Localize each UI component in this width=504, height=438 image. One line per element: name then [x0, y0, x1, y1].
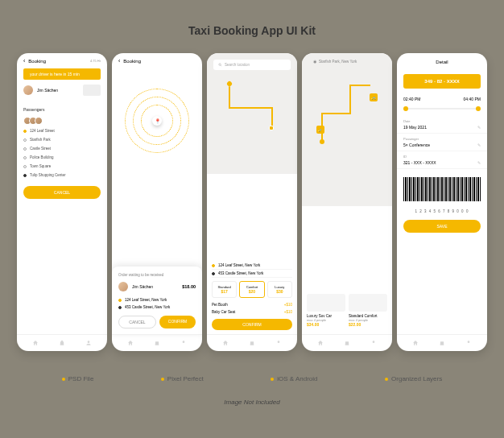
addon-row[interactable]: Pet Booth+$10 [212, 301, 292, 308]
cancel-button[interactable]: CANCEL [118, 316, 156, 328]
addr-row[interactable]: 453 Castle Street, New York [212, 270, 292, 278]
addr-row[interactable]: 124 Leaf Street, New York [212, 262, 292, 270]
bottom-sheet: 124 Leaf Street, New York 453 Castle Str… [207, 257, 297, 335]
confirm-button[interactable]: CONFIRM [159, 316, 196, 328]
pin-icon: ◉ [313, 60, 316, 64]
stop-row[interactable]: Castle Street [17, 144, 107, 153]
map-view[interactable]: Search location [207, 53, 297, 174]
car-option[interactable]: Luxury$30 [267, 281, 292, 298]
footer-note: Image Not Included [12, 399, 492, 406]
search-input[interactable]: Search location [213, 60, 291, 70]
dest-dot-icon [212, 272, 215, 275]
driver-thumbnail [83, 85, 101, 96]
bullet-icon [161, 378, 164, 381]
time-slider[interactable] [403, 108, 481, 110]
user-icon[interactable] [85, 340, 92, 346]
screen-title: Booking [28, 59, 87, 64]
dest-dot-icon [118, 306, 122, 309]
user-icon[interactable] [370, 340, 377, 346]
field-row: ID 321 - XXX - XXXX✎ [397, 151, 487, 169]
car-option[interactable]: Standard$17 [212, 281, 237, 298]
bag-icon[interactable] [344, 340, 350, 346]
bag-icon[interactable] [59, 340, 65, 346]
driver-row[interactable]: Jim Sächen $18.00 [118, 282, 196, 291]
home-icon[interactable] [412, 340, 419, 346]
car-card[interactable]: Standard Comfort max 4 people $22.00 [349, 294, 387, 327]
stop-dot-icon [23, 156, 27, 159]
addon-row[interactable]: Baby Car Seat+$10 [212, 308, 292, 316]
phone-mockups-row: ‹ Booking 4.75 Hr your driver is here in… [12, 53, 492, 351]
feature-item: Organized Layers [385, 375, 442, 382]
map-view[interactable]: ◉Starfish Park, New York 🚕 🚕 [302, 53, 392, 206]
svg-point-0 [88, 341, 90, 343]
stop-row[interactable]: Tulip Shopping Center [17, 171, 107, 180]
bag-icon[interactable] [249, 340, 255, 346]
destination-pin-icon [269, 126, 274, 130]
svg-point-5 [320, 139, 324, 144]
screen-booking-list: ‹ Booking 4.75 Hr your driver is here in… [17, 53, 107, 351]
bag-icon[interactable] [439, 340, 445, 346]
stop-row[interactable]: Town Square [17, 162, 107, 171]
confirm-button[interactable]: CONFIRM [212, 319, 292, 330]
edit-icon[interactable]: ✎ [477, 125, 481, 130]
feature-item: iOS & Android [271, 375, 317, 382]
driver-row[interactable]: Jim Sächen [17, 80, 107, 101]
field-row: Date 19 May 2021✎ [397, 116, 487, 134]
home-icon[interactable] [127, 340, 134, 346]
stop-dot-icon [23, 147, 27, 151]
home-icon[interactable] [222, 340, 229, 346]
bottom-nav [207, 334, 297, 351]
barcode-number: 1 2 3 4 5 6 7 8 9 0 0 0 [397, 209, 487, 213]
screen-detail: Detail 349 - 82 - XXXX 02:40 PM 04:40 PM… [397, 53, 487, 351]
user-icon[interactable] [275, 340, 282, 346]
user-icon[interactable] [465, 340, 472, 346]
home-icon[interactable] [317, 340, 324, 346]
save-button[interactable]: SAVE [403, 220, 481, 233]
car-type-selector: Standard$17 Comfort$20 Luxury$30 [212, 281, 292, 298]
bullet-icon [385, 378, 388, 381]
rate-label: 4.75 Hr [90, 59, 101, 63]
driver-name: Jim Sächen [132, 284, 153, 289]
back-icon[interactable]: ‹ [23, 58, 25, 64]
barcode [403, 177, 481, 201]
car-card[interactable]: Luxury Suv Car max 4 people $34.00 [307, 294, 345, 327]
cancel-button[interactable]: CANCEL [23, 186, 101, 199]
radar-animation: 📍 [112, 76, 202, 165]
bag-icon[interactable] [154, 340, 160, 346]
svg-point-6 [373, 341, 375, 343]
edit-icon[interactable]: ✎ [477, 160, 481, 165]
field-row: Passenger 5× Conference✎ [397, 134, 487, 151]
feature-item: Pixel Perfect [161, 375, 204, 382]
stop-row[interactable]: 124 Leaf Street [17, 126, 107, 135]
bottom-nav [397, 334, 487, 351]
car-image [307, 294, 345, 312]
user-icon[interactable] [180, 340, 187, 346]
route-line [318, 81, 374, 146]
driver-avatar [118, 282, 128, 291]
screen-radar: ‹ Booking 📍 Order waiting to be received… [112, 53, 202, 351]
stop-dot-icon [23, 165, 27, 168]
svg-line-3 [221, 65, 221, 66]
screen-title: Detail [397, 53, 487, 71]
location-label: ◉Starfish Park, New York [313, 60, 357, 64]
back-icon[interactable]: ‹ [118, 58, 120, 64]
features-row: PSD File Pixel Perfect iOS & Android Org… [12, 375, 492, 382]
bottom-sheet: Order waiting to be received Jim Sächen … [112, 267, 202, 335]
bottom-nav [302, 334, 392, 351]
car-option[interactable]: Comfort$20 [239, 281, 264, 298]
avatar [35, 117, 43, 125]
driver-avatar [23, 85, 33, 95]
notice-text: Order waiting to be received [118, 273, 196, 277]
stop-dot-icon [23, 130, 27, 133]
passenger-avatars[interactable] [17, 115, 107, 126]
car-image [349, 294, 387, 312]
stop-dot-icon [23, 138, 27, 142]
svg-point-7 [468, 341, 470, 343]
addr-row: 453 Castle Street, New York [118, 304, 196, 311]
price-label: $18.00 [182, 284, 196, 289]
stop-row[interactable]: Starfish Park [17, 135, 107, 144]
stop-row[interactable]: Police Building [17, 153, 107, 162]
screen-title: Booking [123, 59, 196, 64]
edit-icon[interactable]: ✎ [477, 143, 481, 147]
home-icon[interactable] [32, 340, 39, 346]
